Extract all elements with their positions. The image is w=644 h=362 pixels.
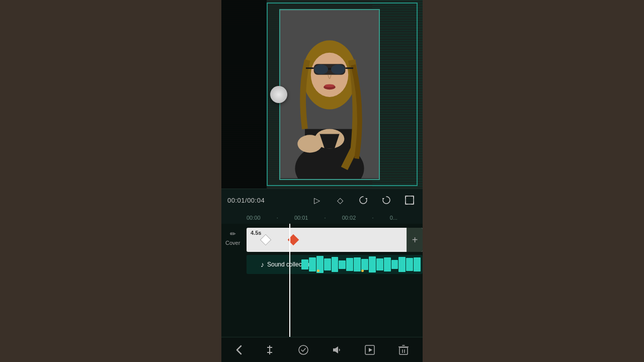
svg-rect-28: [399, 347, 408, 354]
audio-track[interactable]: ♪ Sound collection: [247, 255, 423, 274]
timeline-area: ✏ Cover 4.5s + ♪ Sound collection: [221, 224, 423, 337]
svg-point-24: [299, 345, 308, 354]
cover-label-area[interactable]: ✏ Cover: [225, 230, 240, 246]
svg-point-10: [314, 64, 328, 74]
wave-bar: [369, 256, 376, 273]
time-display: 00:01/00:04: [227, 197, 301, 204]
redo-button[interactable]: [379, 193, 393, 207]
play-button[interactable]: ▷: [310, 193, 324, 207]
wave-bar: [346, 258, 353, 271]
clip-duration: 4.5s: [251, 230, 261, 236]
wave-bar: [301, 259, 308, 269]
audio-keyframe-dot-1: [317, 269, 319, 272]
ruler-mark-1: 00:01: [294, 215, 308, 221]
split-button[interactable]: [260, 340, 280, 360]
left-panel-dark: [221, 0, 267, 189]
add-icon: +: [412, 234, 418, 246]
playhead: [289, 224, 290, 337]
screen: 00:01/00:04 ▷ ◇: [221, 0, 423, 362]
slider-handle[interactable]: [270, 86, 287, 103]
svg-marker-25: [333, 346, 338, 353]
audio-keyframe-dot-2: [361, 269, 364, 272]
wave-bar: [309, 257, 316, 271]
svg-point-4: [297, 135, 322, 152]
audio-track-inner: ♪ Sound collection: [247, 255, 423, 274]
ruler-mark-3: 0...: [390, 215, 397, 221]
clip-track[interactable]: 4.5s +: [247, 228, 423, 252]
wave-bar: [406, 258, 413, 271]
wave-bar: [384, 257, 391, 271]
ruler-dot-2: ·: [325, 215, 326, 221]
ruler-dot-1: ·: [277, 215, 278, 221]
wave-bar: [376, 258, 383, 270]
ruler-mark-2: 00:02: [342, 215, 356, 221]
ruler-dot-3: ·: [372, 215, 373, 221]
right-lines: [372, 0, 423, 189]
wave-bar: [332, 257, 339, 273]
back-button[interactable]: [230, 340, 247, 360]
svg-rect-20: [406, 196, 414, 204]
bottom-toolbar: [221, 337, 423, 362]
svg-rect-14: [345, 67, 353, 69]
video-preview: [221, 0, 423, 189]
keyframe-button[interactable]: ◇: [333, 193, 347, 207]
photo-container: [279, 9, 380, 180]
photo-frame: [279, 9, 380, 180]
wave-bar: [324, 258, 331, 270]
confirm-button[interactable]: [293, 340, 313, 360]
subject-photo: [280, 10, 379, 179]
wave-bar: [361, 259, 368, 270]
wave-bar: [414, 257, 421, 272]
svg-point-12: [331, 64, 345, 74]
fullscreen-button[interactable]: [403, 193, 417, 207]
svg-point-17: [325, 84, 335, 87]
wave-bar: [398, 257, 406, 273]
loop-button[interactable]: [356, 193, 370, 207]
ruler-mark-0: 00:00: [247, 215, 261, 221]
cover-label: Cover: [225, 240, 240, 246]
svg-rect-13: [328, 68, 331, 70]
controls-bar: 00:01/00:04 ▷ ◇: [221, 189, 423, 211]
svg-marker-27: [369, 348, 372, 352]
svg-rect-15: [306, 67, 314, 69]
audio-button[interactable]: [327, 340, 347, 360]
play-preview-button[interactable]: [360, 340, 380, 360]
edit-icon: ✏: [230, 230, 236, 238]
add-clip-button[interactable]: +: [407, 228, 423, 252]
wave-bar: [354, 257, 361, 272]
wave-bar: [391, 260, 398, 269]
keyframe-white[interactable]: [260, 234, 272, 246]
wave-bar: [339, 260, 346, 269]
delete-button[interactable]: [393, 340, 414, 360]
music-icon: ♪: [261, 260, 264, 268]
timeline-ruler: 00:00 · 00:01 · 00:02 · 0...: [221, 211, 423, 224]
ruler-marks: 00:00 · 00:01 · 00:02 · 0...: [247, 215, 397, 221]
